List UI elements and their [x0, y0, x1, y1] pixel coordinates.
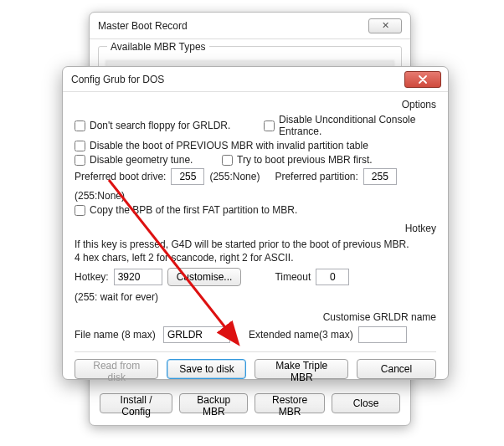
cancel-button[interactable]: Cancel	[357, 359, 436, 379]
dialog-button-row: Read from disk Save to disk Make Triple …	[75, 359, 436, 379]
try-prev-mbr-check[interactable]	[222, 155, 233, 166]
close-button[interactable]	[404, 71, 441, 88]
try-prev-mbr-checkbox[interactable]: Try to boot previous MBR first.	[222, 154, 373, 166]
hotkey-input[interactable]	[114, 269, 162, 285]
restore-mbr-button[interactable]: Restore MBR	[255, 393, 325, 413]
timeout-hint: (255: wait for ever)	[75, 291, 158, 303]
close-icon[interactable]: ✕	[368, 18, 402, 33]
copy-bpb-check[interactable]	[75, 205, 85, 216]
disable-prev-boot-checkbox[interactable]: Disable the boot of PREVIOUS MBR with in…	[75, 140, 368, 151]
pref-drive-input[interactable]	[171, 168, 204, 185]
disable-console-check[interactable]	[264, 120, 275, 131]
close-button[interactable]: Close	[332, 393, 400, 413]
titlebar: Master Boot Record ✕	[90, 13, 410, 39]
try-prev-mbr-label: Try to boot previous MBR first.	[237, 154, 373, 166]
group-legend: Available MBR Types	[107, 41, 209, 53]
disable-console-label: Disable Unconditional Console Entrance.	[279, 114, 436, 137]
hotkey-label: Hotkey:	[75, 271, 109, 283]
options-section-title: Options	[75, 99, 436, 110]
disable-geometry-check[interactable]	[75, 155, 85, 166]
install-config-button[interactable]: Install / Config	[100, 393, 172, 413]
bottom-button-row: Install / Config Backup MBR Restore MBR …	[90, 393, 410, 413]
hotkey-note: If this key is pressed, G4D will be star…	[75, 238, 436, 264]
timeout-label: Timeout	[275, 271, 311, 283]
grldr-section-title: Customise GRLDR name	[75, 311, 436, 323]
dialog-body: Options Don't search floppy for GRLDR. D…	[63, 92, 448, 387]
pref-partition-input[interactable]	[363, 168, 397, 185]
titlebar: Config Grub for DOS	[63, 67, 448, 92]
config-grub-dialog: Config Grub for DOS Options Don't search…	[62, 66, 449, 380]
backup-mbr-button[interactable]: Backup MBR	[179, 393, 248, 413]
copy-bpb-label: Copy the BPB of the first FAT partition …	[90, 204, 297, 216]
drive-none-hint: (255:None)	[209, 171, 260, 182]
disable-geometry-label: Disable geometry tune.	[90, 154, 193, 166]
customise-button[interactable]: Customise...	[167, 268, 242, 286]
filename-input[interactable]	[163, 326, 230, 343]
disable-console-checkbox[interactable]: Disable Unconditional Console Entrance.	[264, 114, 436, 137]
disable-prev-boot-label: Disable the boot of PREVIOUS MBR with in…	[90, 140, 368, 151]
disable-prev-boot-check[interactable]	[75, 141, 85, 151]
extname-input[interactable]	[358, 326, 407, 343]
extname-label: Extended name(3 max)	[249, 329, 353, 341]
make-triple-mbr-button[interactable]: Make Triple MBR	[255, 359, 348, 379]
close-icon	[419, 75, 427, 84]
no-floppy-check[interactable]	[75, 120, 85, 131]
timeout-input[interactable]	[316, 269, 349, 285]
no-floppy-label: Don't search floppy for GRLDR.	[90, 120, 230, 131]
window-title: Master Boot Record	[98, 20, 188, 32]
filename-label: File name (8 max)	[75, 329, 158, 341]
copy-bpb-checkbox[interactable]: Copy the BPB of the first FAT partition …	[75, 204, 297, 216]
read-from-disk-button[interactable]: Read from disk	[75, 359, 158, 379]
disable-geometry-checkbox[interactable]: Disable geometry tune.	[75, 154, 193, 166]
no-floppy-checkbox[interactable]: Don't search floppy for GRLDR.	[75, 120, 230, 131]
pref-partition-label: Preferred partition:	[275, 171, 357, 182]
dialog-title: Config Grub for DOS	[71, 74, 164, 85]
save-to-disk-button[interactable]: Save to disk	[167, 359, 246, 379]
divider	[75, 351, 436, 352]
pref-drive-label: Preferred boot drive:	[75, 171, 166, 182]
partition-none-hint: (255:None)	[75, 190, 125, 202]
hotkey-section-title: Hotkey	[75, 223, 436, 234]
